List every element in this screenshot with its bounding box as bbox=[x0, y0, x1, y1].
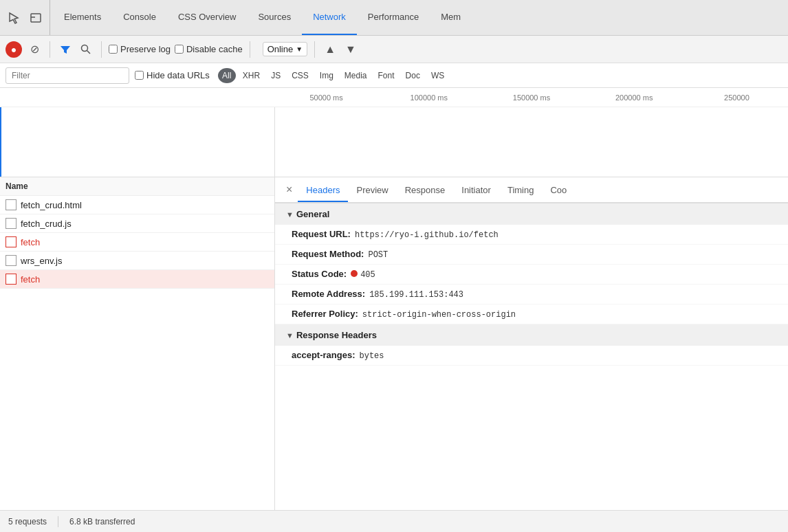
file-name: wrs_env.js bbox=[21, 256, 62, 266]
status-divider bbox=[58, 516, 58, 527]
hide-data-urls-label: Hide data URLs bbox=[146, 70, 210, 80]
filter-doc-button[interactable]: Doc bbox=[402, 69, 424, 82]
filter-ws-button[interactable]: WS bbox=[427, 69, 448, 82]
tab-css-overview[interactable]: CSS Overview bbox=[167, 0, 248, 35]
filter-js-button[interactable]: JS bbox=[267, 69, 285, 82]
section-title: General bbox=[296, 209, 329, 219]
request-url-row: Request URL: https://ryo-i.github.io/fet… bbox=[275, 225, 788, 245]
status-bar: 5 requests 6.8 kB transferred bbox=[0, 510, 788, 532]
devtools-icons bbox=[6, 0, 50, 35]
accept-ranges-label: accept-ranges: bbox=[292, 350, 355, 360]
file-icon bbox=[6, 236, 17, 247]
status-error-dot bbox=[351, 270, 358, 277]
tab-network[interactable]: Network bbox=[302, 0, 357, 35]
filter-img-button[interactable]: Img bbox=[316, 69, 338, 82]
tab-memory[interactable]: Mem bbox=[430, 0, 472, 35]
close-button[interactable]: × bbox=[281, 181, 298, 199]
tab-sources[interactable]: Sources bbox=[247, 0, 302, 35]
filter-input[interactable] bbox=[6, 67, 129, 84]
status-code-row: Status Code: 405 bbox=[275, 265, 788, 285]
timeline-right bbox=[275, 107, 788, 177]
network-throttle-select[interactable]: Online ▼ bbox=[263, 42, 307, 56]
svg-rect-0 bbox=[31, 14, 41, 22]
remote-address-value: 185.199.111.153:443 bbox=[369, 290, 463, 300]
timeline-left bbox=[0, 107, 275, 177]
file-icon bbox=[6, 255, 17, 266]
filter-bar: Hide data URLs All XHR JS CSS Img Media … bbox=[0, 63, 788, 88]
timeline-ruler: 50000 ms 100000 ms 150000 ms 200000 ms 2… bbox=[0, 88, 788, 107]
online-label: Online bbox=[267, 44, 294, 54]
tab-bar: Elements Console CSS Overview Sources Ne… bbox=[0, 0, 788, 36]
main-area: Name fetch_crud.html fetch_crud.js fetch… bbox=[0, 177, 788, 510]
list-item[interactable]: fetch bbox=[0, 233, 274, 252]
divider-2 bbox=[101, 41, 102, 58]
file-name: fetch bbox=[21, 274, 40, 285]
list-item[interactable]: fetch_crud.html bbox=[0, 196, 274, 214]
dock-icon[interactable] bbox=[28, 10, 44, 26]
search-button[interactable] bbox=[78, 41, 94, 58]
tab-preview[interactable]: Preview bbox=[348, 179, 396, 202]
list-item[interactable]: fetch bbox=[0, 270, 274, 289]
tab-headers[interactable]: Headers bbox=[298, 179, 348, 202]
record-button[interactable]: ● bbox=[6, 41, 22, 58]
mark-50000: 50000 ms bbox=[275, 93, 377, 102]
requests-count: 5 requests bbox=[8, 517, 47, 527]
mark-200000: 200000 ms bbox=[583, 93, 686, 102]
disable-cache-label: Disable cache bbox=[186, 44, 243, 54]
referrer-policy-value: strict-origin-when-cross-origin bbox=[362, 310, 516, 320]
referrer-policy-row: Referrer Policy: strict-origin-when-cros… bbox=[275, 304, 788, 324]
timeline-graph[interactable] bbox=[0, 107, 788, 177]
filter-xhr-button[interactable]: XHR bbox=[239, 69, 264, 82]
tab-console[interactable]: Console bbox=[112, 0, 167, 35]
tab-cookies[interactable]: Coo bbox=[542, 179, 575, 202]
hide-data-urls-checkbox[interactable]: Hide data URLs bbox=[135, 70, 210, 80]
detail-panel: × Headers Preview Response Initiator Tim… bbox=[275, 177, 788, 510]
tab-performance[interactable]: Performance bbox=[357, 0, 430, 35]
file-icon bbox=[6, 199, 17, 210]
import-button[interactable]: ▲ bbox=[322, 42, 338, 57]
referrer-policy-label: Referrer Policy: bbox=[292, 309, 358, 319]
accept-ranges-value: bytes bbox=[359, 351, 384, 361]
tab-timing[interactable]: Timing bbox=[499, 179, 543, 202]
remote-address-label: Remote Address: bbox=[292, 289, 365, 299]
disable-cache-checkbox[interactable]: Disable cache bbox=[175, 44, 243, 54]
cursor-icon[interactable] bbox=[6, 10, 22, 26]
accept-ranges-row: accept-ranges: bytes bbox=[275, 346, 788, 366]
timeline-cursor bbox=[0, 107, 1, 177]
general-section-header[interactable]: ▼ General bbox=[275, 203, 788, 225]
detail-tabs: × Headers Preview Response Initiator Tim… bbox=[275, 177, 788, 203]
request-url-value: https://ryo-i.github.io/fetch bbox=[355, 230, 499, 240]
svg-point-2 bbox=[82, 45, 88, 51]
detail-content: ▼ General Request URL: https://ryo-i.git… bbox=[275, 203, 788, 366]
filter-button[interactable] bbox=[57, 41, 74, 58]
file-icon bbox=[6, 274, 17, 285]
preserve-log-label: Preserve log bbox=[120, 44, 171, 54]
preserve-log-checkbox[interactable]: Preserve log bbox=[109, 44, 171, 54]
request-method-value: POST bbox=[368, 250, 388, 260]
filter-media-button[interactable]: Media bbox=[340, 69, 371, 82]
tab-initiator[interactable]: Initiator bbox=[453, 179, 499, 202]
remote-address-row: Remote Address: 185.199.111.153:443 bbox=[275, 285, 788, 304]
stop-button[interactable]: ⊘ bbox=[26, 41, 43, 58]
request-url-label: Request URL: bbox=[292, 229, 351, 239]
file-name: fetch bbox=[21, 237, 40, 247]
export-button[interactable]: ▼ bbox=[342, 42, 359, 57]
chevron-down-icon: ▼ bbox=[286, 210, 294, 219]
timeline: 50000 ms 100000 ms 150000 ms 200000 ms 2… bbox=[0, 88, 788, 177]
filter-type-buttons: All XHR JS CSS Img Media Font Doc WS bbox=[218, 68, 448, 83]
filter-css-button[interactable]: CSS bbox=[287, 69, 313, 82]
filter-font-button[interactable]: Font bbox=[374, 69, 399, 82]
file-list-header: Name bbox=[0, 177, 274, 196]
status-code-label: Status Code: bbox=[292, 269, 347, 279]
svg-line-3 bbox=[87, 50, 91, 54]
filter-all-button[interactable]: All bbox=[218, 68, 236, 83]
list-item[interactable]: wrs_env.js bbox=[0, 252, 274, 270]
response-headers-section-header[interactable]: ▼ Response Headers bbox=[275, 324, 788, 346]
name-column-header: Name bbox=[6, 181, 28, 191]
chevron-down-icon: ▼ bbox=[286, 331, 294, 340]
file-name: fetch_crud.js bbox=[21, 219, 72, 229]
tab-elements[interactable]: Elements bbox=[53, 0, 112, 35]
list-item[interactable]: fetch_crud.js bbox=[0, 214, 274, 233]
transferred-size: 6.8 kB transferred bbox=[69, 517, 135, 527]
tab-response[interactable]: Response bbox=[397, 179, 454, 202]
